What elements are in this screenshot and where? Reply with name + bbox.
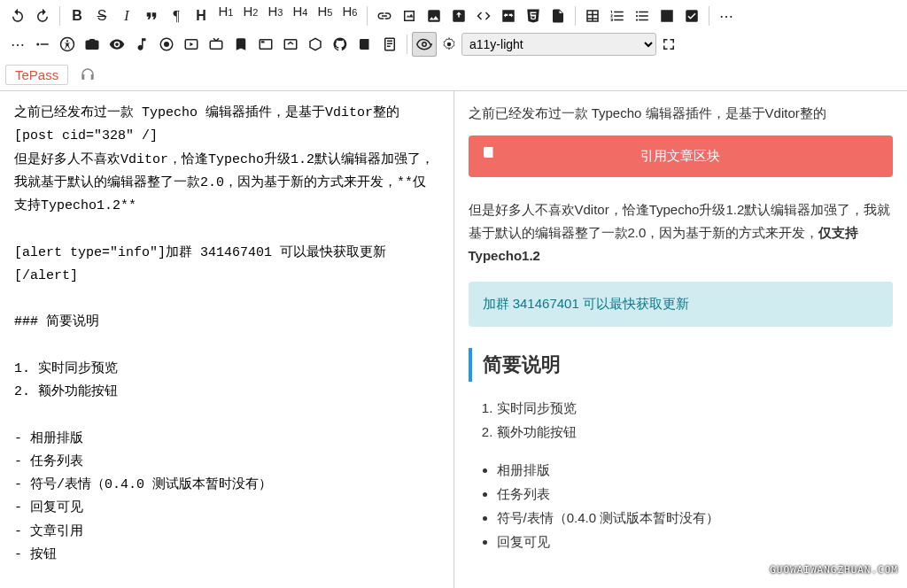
book-icon — [481, 144, 497, 167]
list-item: 额外功能按钮 — [497, 420, 894, 444]
preview-heading: 简要说明 — [469, 348, 894, 383]
svg-point-1 — [36, 43, 39, 46]
read-more-button[interactable] — [30, 32, 55, 57]
svg-point-4 — [66, 40, 68, 42]
preview-paragraph: 之前已经发布过一款 Typecho 编辑器插件，是基于Vditor整的 — [469, 102, 894, 125]
heading-button[interactable]: H — [189, 4, 213, 28]
list-item: 回复可见 — [497, 530, 894, 553]
collapse-button[interactable] — [278, 32, 303, 57]
preview-pane: 之前已经发布过一款 Typecho 编辑器插件，是基于Vditor整的 引用文章… — [454, 91, 908, 588]
fullscreen-button[interactable] — [656, 32, 681, 57]
editor-workspace: 之前已经发布过一款 Typecho 编辑器插件，是基于Vditor整的 [pos… — [0, 91, 907, 588]
svg-rect-10 — [261, 41, 265, 43]
quote-block-label: 引用文章区块 — [640, 144, 720, 167]
video-button[interactable] — [179, 32, 204, 57]
tab-panel-button[interactable] — [253, 32, 278, 57]
h5-button[interactable]: H5 — [313, 4, 337, 28]
undo-button[interactable] — [5, 4, 30, 28]
checkbox-button[interactable] — [679, 4, 704, 28]
svg-rect-11 — [284, 40, 297, 50]
alert-info-block: 加群 341467401 可以最快获取更新 — [469, 282, 894, 326]
list-item: 实时同步预览 — [497, 396, 894, 420]
note-button[interactable] — [377, 32, 402, 57]
preview-paragraph: 但是好多人不喜欢Vditor，恰逢Typecho升级1.2默认编辑器加强了，我就… — [469, 198, 894, 268]
tv-button[interactable] — [204, 32, 229, 57]
editor-toolbar: B S I ¶ H H1 H2 H3 H4 H5 H6 ⋯ ⋯ — [0, 0, 907, 91]
book-button[interactable] — [353, 32, 377, 57]
headphones-button[interactable] — [75, 62, 100, 87]
ordered-list-button[interactable] — [605, 4, 630, 28]
h1-button[interactable]: H1 — [213, 4, 238, 28]
quote-button[interactable] — [139, 4, 164, 28]
svg-point-13 — [447, 43, 452, 47]
source-pane[interactable]: 之前已经发布过一款 Typecho 编辑器插件，是基于Vditor整的 [pos… — [0, 91, 454, 588]
image-button[interactable] — [422, 4, 446, 28]
theme-select[interactable]: a11y-light — [461, 33, 656, 56]
h2-button[interactable]: H2 — [238, 4, 263, 28]
quote-article-block[interactable]: 引用文章区块 — [469, 135, 894, 176]
list-item: 符号/表情（0.4.0 测试版本暂时没有） — [497, 506, 894, 530]
code-block-button[interactable] — [496, 4, 521, 28]
tepass-tag[interactable]: TePass — [5, 65, 68, 85]
italic-button[interactable]: I — [114, 4, 139, 28]
camera-button[interactable] — [80, 32, 105, 57]
code-inline-button[interactable] — [471, 4, 496, 28]
eye-button[interactable] — [105, 32, 129, 57]
image-frame-button[interactable] — [397, 4, 422, 28]
table-button[interactable] — [580, 4, 605, 28]
list-item: 任务列表 — [497, 482, 894, 506]
music-button[interactable] — [129, 32, 154, 57]
cube-button[interactable] — [303, 32, 328, 57]
h6-button[interactable]: H6 — [337, 4, 362, 28]
file-button[interactable] — [546, 4, 570, 28]
preview-ol: 实时同步预览额外功能按钮 — [469, 396, 894, 444]
unordered-list-button[interactable] — [630, 4, 655, 28]
github-button[interactable] — [328, 32, 353, 57]
redo-button[interactable] — [30, 4, 55, 28]
bold-button[interactable]: B — [65, 4, 89, 28]
svg-rect-2 — [41, 43, 49, 45]
svg-rect-0 — [686, 10, 698, 22]
h4-button[interactable]: H4 — [288, 4, 313, 28]
html-button[interactable] — [521, 4, 546, 28]
image-upload-button[interactable] — [446, 4, 471, 28]
accessibility-button[interactable] — [55, 32, 80, 57]
record-button[interactable] — [154, 32, 179, 57]
hr-button[interactable] — [655, 4, 679, 28]
h3-button[interactable]: H3 — [263, 4, 288, 28]
svg-rect-8 — [210, 41, 222, 49]
more-button[interactable]: ⋯ — [714, 4, 739, 28]
settings-button[interactable] — [437, 32, 461, 57]
svg-point-6 — [164, 42, 169, 47]
bookmark-button[interactable] — [229, 32, 253, 57]
preview-ul: 相册排版任务列表符号/表情（0.4.0 测试版本暂时没有）回复可见 — [469, 458, 894, 553]
more2-button[interactable]: ⋯ — [5, 32, 30, 57]
preview-toggle-button[interactable] — [412, 32, 437, 57]
list-item: 相册排版 — [497, 458, 894, 482]
paragraph-button[interactable]: ¶ — [164, 4, 189, 28]
link-button[interactable] — [372, 4, 397, 28]
strike-button[interactable]: S — [89, 4, 114, 28]
watermark: GUOWAIWANGZHUAN.COM — [770, 564, 898, 576]
